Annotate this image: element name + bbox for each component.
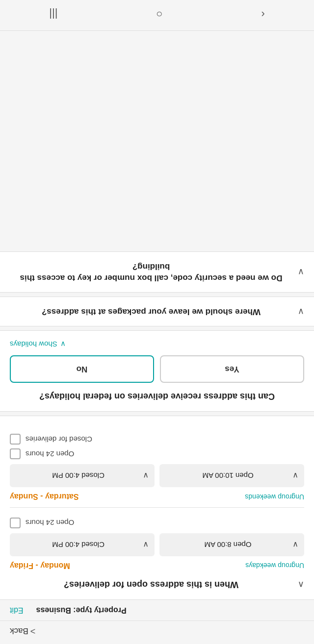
ss-closed-deliveries-row: Closed for deliveries bbox=[10, 434, 304, 445]
bottom-nav: ‹ ○ ||| bbox=[0, 0, 314, 31]
ss-closed-label: Closed for deliveries bbox=[26, 435, 92, 444]
packages-title: Where should we leave your packages at t… bbox=[10, 306, 292, 317]
ss-open-time-text: Open 10:00 AM bbox=[165, 471, 290, 480]
mf-open24-checkbox[interactable] bbox=[10, 518, 21, 528]
mf-close-time-text: Closed 4:00 PM bbox=[16, 541, 141, 549]
property-type-edit-button[interactable]: Edit bbox=[10, 606, 24, 615]
holidays-question: Can this address receive deliveries on f… bbox=[10, 391, 304, 402]
ss-close-time-text: Closed 4:00 PM bbox=[16, 471, 141, 480]
chevron-up-icon: ∧ bbox=[292, 579, 304, 590]
ss-open24-checkbox[interactable] bbox=[10, 448, 21, 459]
back-label: Back bbox=[10, 626, 28, 636]
no-button[interactable]: No bbox=[10, 355, 154, 383]
ss-open24-label: Open 24 hours bbox=[26, 450, 74, 458]
monday-friday-group: Ungroup weekdays Monday - Friday ∨ Open … bbox=[10, 518, 304, 570]
mf-open-time-select[interactable]: ∨ Open 8:00 AM bbox=[159, 533, 304, 556]
packages-section[interactable]: ∨ Where should we leave your packages at… bbox=[0, 297, 314, 326]
ungroup-weekends-button[interactable]: Ungroup weekends bbox=[245, 492, 304, 501]
mf-time-dropdowns: ∨ Open 8:00 AM ∨ Closed 4:00 PM bbox=[10, 533, 304, 556]
back-button[interactable]: > Back bbox=[10, 626, 35, 636]
hours-content: Ungroup weekdays Monday - Friday ∨ Open … bbox=[0, 416, 314, 570]
mf-ss-divider bbox=[10, 507, 304, 508]
saturday-sunday-row: Ungroup weekends Saturday - Sunday bbox=[10, 492, 304, 501]
show-holidays-label: Show holidays bbox=[10, 340, 57, 348]
ungroup-weekdays-button[interactable]: Ungroup weekdays bbox=[245, 561, 304, 570]
ss-closed-checkbox[interactable] bbox=[10, 434, 21, 445]
nav-back-icon[interactable]: ‹ bbox=[249, 4, 276, 25]
yes-no-buttons: Yes No bbox=[10, 355, 304, 383]
monday-friday-row: Ungroup weekdays Monday - Friday bbox=[10, 561, 304, 570]
mf-open24-label: Open 24 hours bbox=[26, 519, 74, 527]
ss-open-time-select[interactable]: ∨ Open 10:00 AM bbox=[159, 464, 304, 487]
ss-open-chevron-icon: ∨ bbox=[292, 471, 298, 480]
security-title: Do we need a security code, call box num… bbox=[10, 261, 292, 283]
hours-section-title: When is this address open for deliveries… bbox=[10, 579, 292, 591]
property-type-label: Property type: Business bbox=[36, 606, 127, 615]
back-chevron-icon: > bbox=[30, 626, 36, 636]
mf-close-chevron-icon: ∨ bbox=[143, 540, 149, 549]
ss-close-time-select[interactable]: ∨ Closed 4:00 PM bbox=[10, 464, 155, 487]
ss-open24-row: Open 24 hours bbox=[10, 448, 304, 459]
holidays-section: Can this address receive deliveries on f… bbox=[0, 330, 314, 412]
packages-chevron-icon: ∨ bbox=[292, 306, 304, 317]
property-type-bar: Property type: Business Edit bbox=[0, 600, 314, 620]
mf-close-time-select[interactable]: ∨ Closed 4:00 PM bbox=[10, 533, 155, 556]
ss-time-dropdowns: ∨ Open 10:00 AM ∨ Closed 4:00 PM bbox=[10, 464, 304, 487]
show-holidays-chevron-icon: ∨ bbox=[60, 340, 66, 348]
nav-home-icon[interactable]: ○ bbox=[144, 4, 174, 25]
mf-open-chevron-icon: ∨ bbox=[292, 540, 298, 549]
top-nav: > Back bbox=[0, 620, 314, 644]
show-holidays-button[interactable]: ∨ Show holidays bbox=[10, 340, 304, 348]
security-section[interactable]: ∨ Do we need a security code, call box n… bbox=[0, 251, 314, 293]
mf-open-time-text: Open 8:00 AM bbox=[165, 541, 290, 549]
saturday-sunday-group: Ungroup weekends Saturday - Sunday ∨ Ope… bbox=[10, 434, 304, 501]
yes-button[interactable]: Yes bbox=[160, 355, 304, 383]
hours-section-card: ∧ When is this address open for deliveri… bbox=[0, 416, 314, 600]
hours-section-header[interactable]: ∧ When is this address open for deliveri… bbox=[0, 570, 314, 599]
ss-close-chevron-icon: ∨ bbox=[143, 471, 149, 480]
mf-open24-row: Open 24 hours bbox=[10, 518, 304, 528]
saturday-sunday-label: Saturday - Sunday bbox=[10, 492, 78, 501]
nav-menu-icon[interactable]: ||| bbox=[37, 4, 69, 25]
monday-friday-label: Monday - Friday bbox=[10, 561, 70, 570]
security-chevron-icon: ∨ bbox=[292, 267, 304, 277]
